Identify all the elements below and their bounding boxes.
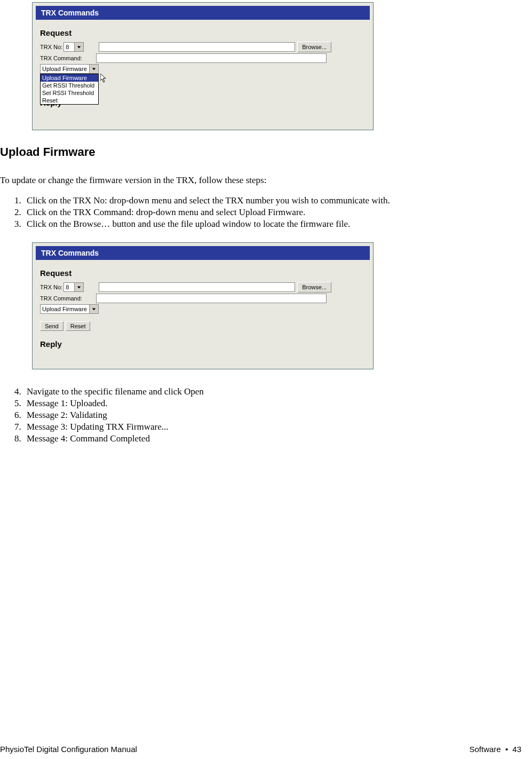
trx-no-label: TRX No: [40,284,62,290]
page-footer: PhysioTel Digital Configuration Manual S… [0,745,521,754]
footer-page-number: 43 [512,745,521,754]
dropdown-option-set-rssi[interactable]: Set RSSI Threshold [41,89,98,97]
trx-no-value: 8 [66,44,69,50]
trx-command-label: TRX Command: [40,295,82,302]
trx-command-dropdown-open[interactable]: Upload Firmware Upload Firmware Get RSSI… [40,64,99,105]
trx-no-dropdown[interactable]: 8 [63,42,84,52]
footer-left: PhysioTel Digital Configuration Manual [0,745,137,754]
chevron-down-icon [89,65,98,73]
reply-heading: Reply [36,337,370,351]
trx-no-label: TRX No: [40,44,62,50]
footer-right: Software • 43 [470,745,522,754]
cursor-icon [100,74,108,84]
footer-bullet: • [505,745,508,754]
send-button[interactable]: Send [40,321,63,331]
trx-command-dropdown[interactable]: Upload Firmware [40,304,99,314]
step-2: Click on the TRX Command: drop-down menu… [23,207,532,218]
panel-header: TRX Commands [36,6,370,20]
dropdown-option-upload-firmware[interactable]: Upload Firmware [41,74,98,82]
svg-marker-1 [92,68,96,70]
trx-command-selected: Upload Firmware [42,66,87,72]
dropdown-option-reset[interactable]: Reset [41,97,98,104]
firmware-file-input[interactable] [99,42,295,52]
reset-button[interactable]: Reset [66,321,91,331]
svg-marker-0 [77,46,81,48]
trx-command-label: TRX Command: [40,55,82,61]
svg-marker-3 [77,286,81,288]
step-6: Message 2: Validating [23,410,532,421]
request-heading: Request [36,26,370,39]
step-4: Navigate to the specific filename and cl… [23,386,532,397]
step-3: Click on the Browse… button and use the … [23,219,532,230]
request-heading: Request [36,266,370,280]
svg-marker-2 [100,74,106,82]
chevron-down-icon [74,283,83,291]
browse-button[interactable]: Browse... [297,282,331,292]
upload-firmware-heading: Upload Firmware [0,145,532,159]
step-5: Message 1: Uploaded. [23,398,532,409]
trx-commands-panel-open-dropdown: TRX Commands Request TRX No: 8 Browse...… [32,2,374,130]
command-param-input[interactable] [96,294,327,303]
dropdown-list: Upload Firmware Get RSSI Threshold Set R… [40,74,99,105]
step-7: Message 3: Updating TRX Firmware... [23,422,532,432]
dropdown-option-get-rssi[interactable]: Get RSSI Threshold [41,82,98,89]
trx-command-selected: Upload Firmware [42,306,87,312]
chevron-down-icon [74,43,83,51]
trx-commands-panel-closed: TRX Commands Request TRX No: 8 Browse...… [32,242,374,369]
steps-list-a: Click on the TRX No: drop-down menu and … [14,195,532,230]
command-param-input[interactable] [96,53,327,63]
firmware-file-input[interactable] [99,282,295,292]
step-1: Click on the TRX No: drop-down menu and … [23,195,532,206]
intro-paragraph: To update or change the firmware version… [0,175,532,186]
trx-no-value: 8 [66,284,69,290]
footer-section: Software [470,745,501,754]
steps-list-b: Navigate to the specific filename and cl… [14,386,532,444]
step-8: Message 4: Command Completed [23,433,532,444]
browse-button[interactable]: Browse... [297,42,331,52]
chevron-down-icon [89,305,98,313]
trx-no-dropdown[interactable]: 8 [63,282,84,292]
panel-header: TRX Commands [36,246,370,260]
svg-marker-4 [92,308,96,310]
